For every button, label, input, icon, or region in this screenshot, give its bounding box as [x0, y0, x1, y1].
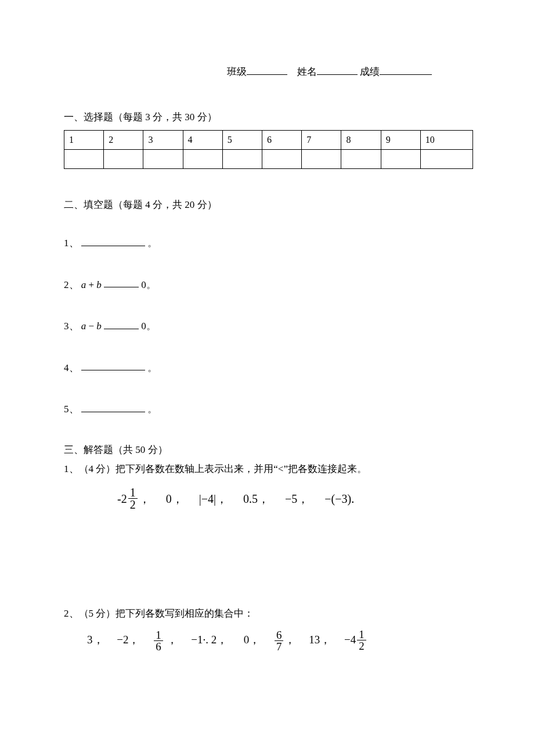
num-abs4: |−4| — [199, 492, 216, 505]
table-row — [64, 150, 473, 169]
answer-cell[interactable] — [222, 150, 262, 169]
n-0: 0 — [244, 633, 250, 646]
section2-heading: 二、填空题（每题 4 分，共 20 分） — [64, 198, 473, 212]
op-minus: − — [86, 321, 96, 332]
fraction-6-7: 6 7 — [275, 629, 284, 652]
num-neg5: −5 — [285, 492, 297, 505]
table-row: 1 2 3 4 5 6 7 8 9 10 — [64, 131, 473, 150]
col-header: 2 — [104, 131, 143, 150]
num-zero: 0 — [166, 492, 172, 505]
n-neg1p2: −1·. 2 — [191, 633, 217, 646]
q5-suffix: 。 — [147, 404, 157, 415]
answer-cell[interactable] — [64, 150, 104, 169]
name-label: 姓名 — [297, 66, 317, 77]
sep: ， — [172, 492, 183, 505]
numerator: 1 — [128, 487, 138, 498]
var-b: b — [96, 321, 102, 332]
class-blank[interactable] — [247, 64, 287, 75]
sep: ， — [139, 492, 150, 505]
sep: ， — [297, 492, 309, 505]
num-neg-4-half: − 4 1 2 — [344, 629, 367, 651]
col-header: 10 — [420, 131, 472, 150]
q3-blank[interactable] — [104, 318, 139, 329]
fraction-1-6: 1 6 — [154, 629, 163, 652]
answer-cell[interactable] — [302, 150, 341, 169]
numerator: 1 — [357, 629, 366, 640]
header-fields: 班级 姓名 成绩 — [64, 64, 473, 78]
fill-q3: 3、 a − b 0。 — [64, 318, 473, 333]
answer-cell[interactable] — [381, 150, 420, 169]
col-header: 1 — [64, 131, 104, 150]
answer-cell[interactable] — [143, 150, 183, 169]
name-blank[interactable] — [317, 64, 358, 75]
sep: ， — [284, 633, 295, 646]
op-plus: + — [86, 279, 96, 290]
sep: ， — [216, 492, 228, 505]
num-half: 0.5 — [243, 492, 258, 505]
fill-q4: 4、 。 — [64, 360, 473, 375]
int-part: 2 — [121, 491, 127, 507]
section3-heading: 三、解答题（共 50 分） — [64, 443, 473, 457]
section1-heading: 一、选择题（每题 3 分，共 30 分） — [64, 110, 473, 124]
fill-q5: 5、 。 — [64, 401, 473, 416]
numerator: 6 — [275, 629, 284, 640]
col-header: 7 — [302, 131, 341, 150]
q1-blank[interactable] — [81, 235, 145, 246]
num-neg-2-half: - 2 1 2 — [117, 487, 139, 510]
num-negneg3: −(−3) — [324, 492, 351, 505]
fill-q2: 2、 a + b 0。 — [64, 277, 473, 291]
answer-cell[interactable] — [104, 150, 143, 169]
fill-q1: 1、 。 — [64, 235, 473, 250]
q3-pre: 3、 — [64, 321, 81, 332]
numerator: 1 — [154, 629, 163, 640]
sep: ， — [217, 633, 228, 646]
q2-tail: 0。 — [141, 279, 156, 290]
s3-q2-text: 2、（5 分）把下列各数写到相应的集合中： — [64, 607, 473, 621]
n-13: 13 — [309, 633, 320, 646]
answer-cell[interactable] — [183, 150, 222, 169]
answer-cell[interactable] — [262, 150, 302, 169]
fraction: 1 2 — [357, 629, 366, 651]
answer-cell[interactable] — [341, 150, 381, 169]
q1-suffix: 。 — [147, 237, 157, 249]
sep: ， — [128, 633, 139, 646]
s3-q2-numbers: 3， −2， 1 6 ， −1·. 2， 0， 6 7 ， 13， − 4 1 … — [64, 629, 473, 652]
col-header: 5 — [222, 131, 262, 150]
n-neg2: −2 — [117, 633, 128, 646]
col-header: 4 — [183, 131, 222, 150]
class-label: 班级 — [227, 66, 247, 77]
col-header: 3 — [143, 131, 183, 150]
sep: ， — [249, 633, 260, 646]
sep: ， — [167, 633, 178, 646]
neg-sign: - — [117, 491, 121, 507]
q2-blank[interactable] — [104, 277, 139, 288]
sep: ， — [93, 633, 104, 646]
denominator: 2 — [128, 498, 138, 510]
s3-q1-numbers: - 2 1 2 ， 0， |−4|， 0.5， −5， −(−3). — [64, 487, 473, 510]
q4-pre: 4、 — [64, 362, 79, 373]
var-a: a — [81, 321, 86, 332]
denominator: 6 — [154, 640, 163, 652]
sep: ， — [258, 492, 269, 505]
s3-q1-text: 1、（4 分）把下列各数在数轴上表示出来，并用“<”把各数连接起来。 — [64, 462, 473, 476]
score-label: 成绩 — [360, 66, 380, 77]
q1-pre: 1、 — [64, 237, 79, 249]
q2-pre: 2、 — [64, 279, 81, 290]
col-header: 9 — [381, 131, 420, 150]
col-header: 8 — [341, 131, 381, 150]
answer-grid: 1 2 3 4 5 6 7 8 9 10 — [64, 130, 473, 169]
q5-blank[interactable] — [81, 401, 145, 412]
answer-cell[interactable] — [420, 150, 472, 169]
denominator: 2 — [357, 640, 366, 651]
q4-blank[interactable] — [81, 360, 145, 371]
sep: ， — [320, 633, 331, 646]
score-blank[interactable] — [380, 64, 432, 75]
q3-tail: 0。 — [141, 321, 156, 332]
neg-sign: − — [344, 632, 351, 648]
denominator: 7 — [275, 640, 284, 652]
n-3: 3 — [87, 633, 93, 646]
var-b: b — [96, 279, 102, 290]
int-part: 4 — [351, 632, 356, 648]
var-a: a — [81, 279, 86, 290]
col-header: 6 — [262, 131, 302, 150]
